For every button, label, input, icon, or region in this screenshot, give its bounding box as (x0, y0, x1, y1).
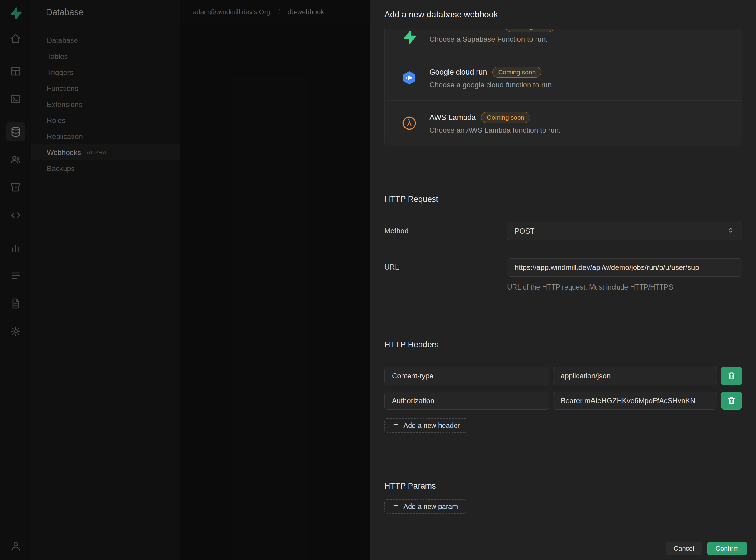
method-label: Method (384, 222, 507, 240)
app-window: Database Database Tables Triggers Functi… (0, 0, 756, 560)
header-key-input[interactable]: Content-type (384, 367, 549, 385)
http-params-section: HTTP Params Add a new param (370, 481, 756, 514)
google-cloud-run-icon (402, 70, 417, 85)
panel-body: Coming soon Choose a Supabase Function t… (370, 29, 756, 537)
method-select[interactable]: POST (507, 222, 742, 240)
webhook-type-list: Coming soon Choose a Supabase Function t… (384, 29, 742, 146)
delete-header-button[interactable] (721, 367, 742, 385)
chevron-up-down-icon (727, 226, 735, 236)
header-row: Authorization Bearer mAIeHGZHKve6MpoFfAc… (384, 392, 742, 410)
webhook-type-supabase-function[interactable]: Coming soon Choose a Supabase Function t… (385, 29, 742, 55)
webhook-type-description: Choose a Supabase Function to run. (429, 35, 554, 43)
header-value-input[interactable]: Bearer mAIeHGZHKve6MpoFfAcSHvnKN (553, 392, 717, 410)
header-value-input[interactable]: application/json (553, 367, 717, 385)
webhook-type-aws-lambda[interactable]: λ AWS Lambda Coming soon Choose an AWS L… (385, 100, 742, 146)
cancel-button[interactable]: Cancel (665, 542, 702, 556)
http-request-section: HTTP Request Method POST URL https://app… (370, 195, 756, 291)
plus-icon (392, 502, 399, 511)
http-params-heading: HTTP Params (384, 481, 742, 491)
panel-header: Add a new database webhook (370, 0, 756, 29)
section-divider (370, 173, 756, 174)
http-headers-section: HTTP Headers Content-type application/js… (370, 340, 756, 433)
add-webhook-panel: Add a new database webhook Coming soon C… (370, 0, 756, 560)
svg-text:λ: λ (407, 118, 411, 128)
url-help-text: URL of the HTTP request. Must include HT… (507, 283, 742, 291)
add-param-button[interactable]: Add a new param (384, 499, 466, 514)
trash-icon (727, 396, 736, 406)
url-input[interactable]: https://app.windmill.dev/api/w/demo/jobs… (507, 258, 742, 277)
webhook-type-name: AWS Lambda (429, 113, 476, 122)
trash-icon (727, 371, 736, 381)
overlay-backdrop[interactable] (0, 0, 370, 560)
url-value: https://app.windmill.dev/api/w/demo/jobs… (515, 263, 699, 272)
coming-soon-badge: Coming soon (505, 29, 554, 32)
header-row: Content-type application/json (384, 367, 742, 385)
webhook-type-name: Google cloud run (429, 68, 487, 77)
supabase-function-icon (402, 29, 417, 45)
panel-footer: Cancel Confirm (370, 537, 756, 560)
delete-header-button[interactable] (721, 392, 742, 410)
coming-soon-badge: Coming soon (492, 67, 541, 78)
webhook-type-description: Choose a google cloud function to run (429, 81, 551, 89)
aws-lambda-icon: λ (402, 116, 417, 131)
url-label: URL (384, 258, 507, 277)
section-divider (370, 319, 756, 319)
webhook-type-description: Choose an AWS Lambda function to run. (429, 126, 561, 135)
http-headers-heading: HTTP Headers (384, 340, 742, 349)
section-divider (370, 460, 756, 460)
coming-soon-badge: Coming soon (481, 112, 530, 123)
add-header-button[interactable]: Add a new header (384, 418, 468, 433)
webhook-type-google-cloud-run[interactable]: Google cloud run Coming soon Choose a go… (385, 55, 742, 100)
http-request-heading: HTTP Request (384, 195, 742, 204)
plus-icon (392, 421, 399, 430)
confirm-button[interactable]: Confirm (707, 542, 747, 556)
header-key-input[interactable]: Authorization (384, 392, 549, 410)
method-value: POST (515, 227, 534, 235)
panel-title: Add a new database webhook (384, 10, 498, 19)
